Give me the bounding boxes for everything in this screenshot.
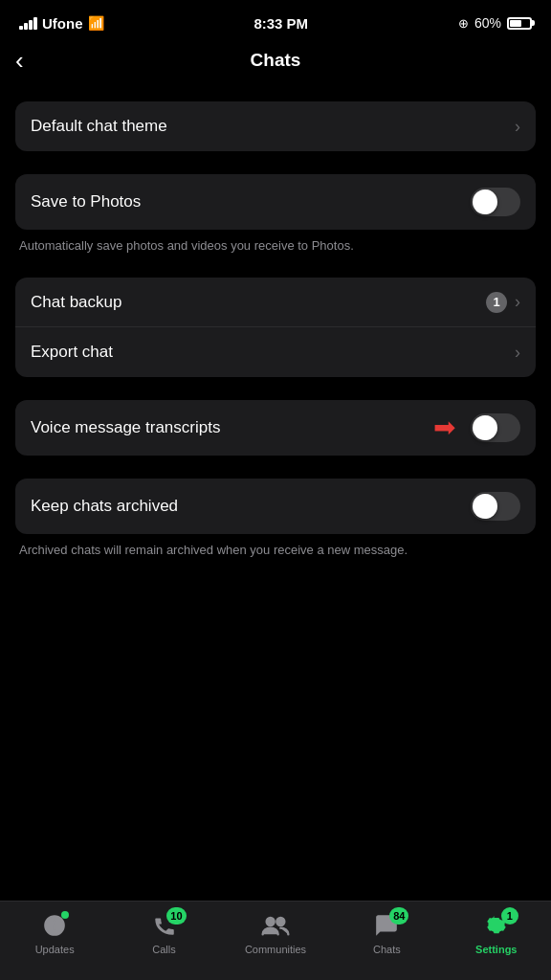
row-chat-backup[interactable]: Chat backup 1 ›: [15, 278, 536, 327]
tab-chats-label: Chats: [373, 944, 401, 955]
keep-archived-label: Keep chats archived: [31, 497, 178, 516]
row-keep-archived[interactable]: Keep chats archived: [15, 479, 536, 534]
svg-point-3: [267, 918, 275, 925]
tab-communities[interactable]: Communities: [245, 911, 306, 955]
chat-backup-label: Chat backup: [31, 293, 121, 312]
back-button[interactable]: ‹: [15, 48, 24, 73]
tab-updates[interactable]: Updates: [26, 911, 83, 955]
signal-icon: [19, 17, 37, 30]
row-right-backup: 1 ›: [486, 292, 520, 313]
tab-calls-label: Calls: [152, 944, 175, 955]
status-bar: Ufone 📶 8:33 PM ⊕ 60%: [0, 0, 551, 42]
toggle-knob-voice: [473, 415, 497, 440]
rotation-lock-icon: ⊕: [458, 16, 469, 31]
settings-icon-wrap: 1: [482, 911, 511, 940]
default-chat-theme-label: Default chat theme: [31, 117, 167, 136]
updates-dot: [61, 911, 69, 919]
communities-icon-wrap: [258, 911, 293, 940]
row-right-theme: ›: [515, 117, 520, 137]
tab-settings[interactable]: 1 Settings: [468, 911, 525, 955]
row-save-to-photos[interactable]: Save to Photos: [15, 174, 536, 230]
chats-badge: 84: [389, 907, 408, 924]
section-archive: Keep chats archived: [15, 479, 536, 534]
section-theme: Default chat theme ›: [15, 101, 536, 151]
status-time: 8:33 PM: [253, 15, 308, 32]
battery-percent: 60%: [474, 15, 501, 31]
row-right-export: ›: [515, 343, 520, 363]
communities-icon: [260, 910, 291, 941]
save-to-photos-label: Save to Photos: [31, 192, 141, 212]
settings-content: Default chat theme › Save to Photos Auto…: [0, 86, 551, 597]
toggle-knob-archive: [473, 494, 497, 519]
tab-bar: Updates 10 Calls Communities: [0, 901, 551, 980]
section-backup-export: Chat backup 1 › Export chat ›: [15, 278, 536, 377]
svg-point-1: [54, 920, 56, 923]
red-arrow-icon: ➡: [433, 414, 455, 441]
status-carrier: Ufone 📶: [19, 15, 104, 32]
row-right-voice: ➡: [433, 413, 520, 442]
svg-point-4: [276, 918, 284, 925]
calls-icon-wrap: 10: [150, 911, 179, 940]
save-photos-description: Automatically save photos and videos you…: [15, 230, 536, 255]
row-default-chat-theme[interactable]: Default chat theme ›: [15, 101, 536, 151]
tab-communities-label: Communities: [245, 944, 306, 955]
settings-badge: 1: [501, 907, 518, 924]
export-chat-label: Export chat: [31, 343, 113, 362]
calls-badge: 10: [166, 907, 186, 924]
chat-backup-badge: 1: [486, 292, 507, 313]
tab-chats[interactable]: 84 Chats: [358, 911, 415, 955]
keep-archived-toggle[interactable]: [471, 492, 520, 521]
row-export-chat[interactable]: Export chat ›: [15, 327, 536, 377]
chevron-icon-export: ›: [515, 343, 520, 363]
status-indicators: ⊕ 60%: [458, 15, 532, 31]
battery-icon: [507, 17, 532, 30]
page-title: Chats: [251, 50, 301, 71]
header: ‹ Chats: [0, 42, 551, 86]
row-voice-transcripts[interactable]: Voice message transcripts ➡: [15, 400, 536, 456]
tab-updates-label: Updates: [35, 944, 75, 955]
wifi-icon: 📶: [88, 15, 104, 31]
archive-description: Archived chats will remain archived when…: [15, 534, 536, 559]
updates-icon-wrap: [40, 911, 69, 940]
save-to-photos-toggle[interactable]: [471, 188, 520, 216]
tab-settings-label: Settings: [475, 944, 517, 955]
voice-transcripts-toggle[interactable]: [471, 413, 520, 442]
red-arrow-indicator: ➡: [433, 414, 455, 441]
svg-rect-2: [54, 924, 55, 931]
chevron-icon: ›: [515, 117, 520, 137]
section-save-photos: Save to Photos: [15, 174, 536, 230]
chats-icon-wrap: 84: [372, 911, 401, 940]
carrier-name: Ufone: [42, 15, 83, 32]
section-voice-transcripts: Voice message transcripts ➡: [15, 400, 536, 456]
chevron-icon-backup: ›: [515, 292, 520, 312]
voice-transcripts-label: Voice message transcripts: [31, 418, 220, 437]
section-save-photos-outer: Save to Photos Automatically save photos…: [15, 174, 536, 255]
section-archive-outer: Keep chats archived Archived chats will …: [15, 479, 536, 559]
tab-calls[interactable]: 10 Calls: [136, 911, 193, 955]
toggle-knob: [473, 189, 497, 214]
